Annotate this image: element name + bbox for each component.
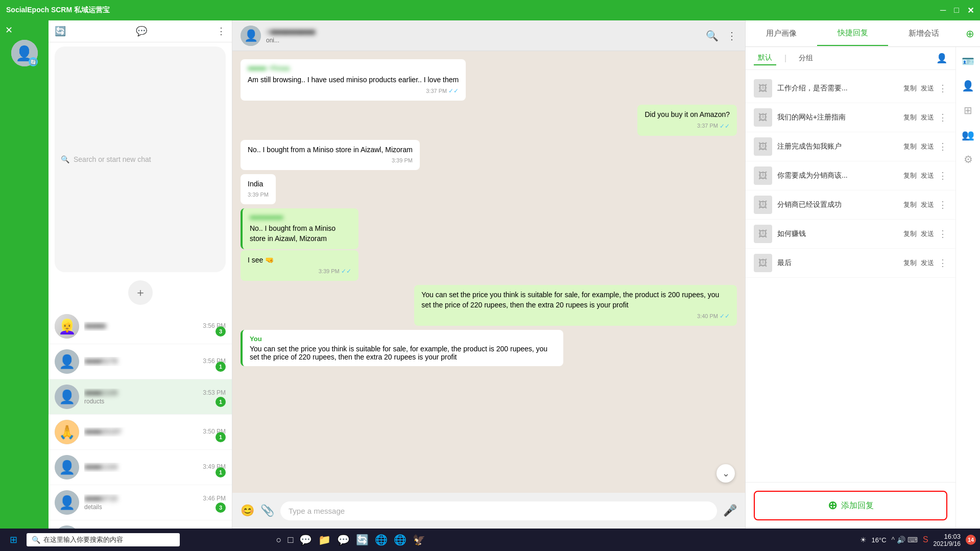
tab-user-profile[interactable]: 用户画像 bbox=[746, 21, 817, 45]
qr-actions: 复制 发送 ⋮ bbox=[903, 141, 947, 152]
taskbar-icon-refresh[interactable]: 🔄 bbox=[356, 534, 369, 546]
chat-item[interactable]: 👤 ■■■■1104 3:49 PM 1 bbox=[49, 450, 232, 485]
copy-button[interactable]: 复制 bbox=[903, 171, 917, 180]
copy-button[interactable]: 复制 bbox=[903, 113, 917, 122]
taskbar-icon-wechat[interactable]: 💬 bbox=[337, 534, 350, 546]
taskbar-icon-app[interactable]: 🦅 bbox=[413, 534, 425, 546]
message-text: I see 🤜 bbox=[248, 255, 351, 266]
you-preview-bubble: You You can set the price you think is s… bbox=[241, 330, 563, 366]
taskbar-icon-1[interactable]: ○ bbox=[276, 535, 282, 545]
chat-item[interactable]: 👤 ■■■■3715 3:46 PM details 3 bbox=[49, 485, 232, 520]
chat-item-info: ■■■■5278 3:56 PM bbox=[84, 357, 226, 366]
user-card-icon[interactable]: 🪪 bbox=[962, 55, 974, 67]
taskbar-search[interactable]: 🔍 在这里输入你要搜索的内容 bbox=[27, 533, 180, 546]
message-time: 3:39 PM bbox=[248, 157, 413, 164]
read-check-icon: ✓✓ bbox=[720, 312, 730, 321]
message-input[interactable]: Type a message bbox=[280, 501, 717, 520]
send-button[interactable]: 发送 bbox=[921, 258, 934, 268]
chat-item-time: 3:46 PM bbox=[203, 495, 226, 502]
chat-item[interactable]: 👤 ■■■■5278 3:56 PM 1 bbox=[49, 344, 232, 379]
copy-button[interactable]: 复制 bbox=[903, 229, 917, 238]
more-options-icon[interactable]: ⋮ bbox=[938, 228, 947, 239]
more-options-icon[interactable]: ⋮ bbox=[938, 257, 947, 269]
attachment-icon[interactable]: 📎 bbox=[260, 504, 274, 517]
scroll-down-button[interactable]: ⌄ bbox=[716, 464, 735, 483]
tab-quick-reply[interactable]: 快捷回复 bbox=[817, 21, 889, 46]
chat-icon[interactable]: 💬 bbox=[136, 26, 147, 37]
taskbar: ⊞ 🔍 在这里输入你要搜索的内容 ○ □ 💬 📁 💬 🔄 🌐 🌐 🦅 ☀ 16°… bbox=[0, 529, 980, 551]
chat-item[interactable]: 👤 ■■■■34874 3:46 PM bbox=[49, 520, 232, 529]
taskbar-icon-edge[interactable]: 🌐 bbox=[375, 534, 388, 546]
read-check-icon: ✓✓ bbox=[448, 87, 459, 95]
copy-button[interactable]: 复制 bbox=[903, 200, 917, 209]
send-button[interactable]: 发送 bbox=[921, 229, 934, 238]
more-options-icon[interactable]: ⋮ bbox=[727, 30, 737, 42]
qr-image: 🖼 bbox=[754, 166, 772, 185]
more-options-icon[interactable]: ⋮ bbox=[938, 83, 947, 94]
add-reply-button[interactable]: ⊕ 添加回复 bbox=[754, 491, 947, 520]
chat-item-info: ■■■■■ 3:56 PM bbox=[84, 322, 226, 331]
add-chat-button[interactable]: ＋ bbox=[128, 280, 153, 305]
gear-icon[interactable]: ⚙ bbox=[964, 153, 973, 165]
chat-item-avatar: 👤 bbox=[55, 455, 79, 480]
system-tray-icons: ^ 🔊 ⌨ bbox=[892, 536, 918, 544]
read-check-icon: ✓✓ bbox=[720, 122, 730, 131]
send-button[interactable]: 发送 bbox=[921, 142, 934, 151]
taskbar-icon-2[interactable]: □ bbox=[288, 535, 293, 545]
grid-icon[interactable]: ⊞ bbox=[964, 104, 972, 116]
chat-contact-name: +■■■■■■■■■ bbox=[266, 28, 315, 37]
refresh-icon[interactable]: 🔄 bbox=[55, 26, 66, 37]
qr-actions: 复制 发送 ⋮ bbox=[903, 199, 947, 210]
send-button[interactable]: 发送 bbox=[921, 200, 934, 209]
copy-button[interactable]: 复制 bbox=[903, 258, 917, 268]
chat-item[interactable]: 👱‍♀️ ■■■■■ 3:56 PM 3 bbox=[49, 309, 232, 344]
search-placeholder: Search or start new chat bbox=[74, 155, 151, 163]
chat-item-avatar: 👤 bbox=[55, 349, 79, 374]
microphone-icon[interactable]: 🎤 bbox=[723, 504, 737, 517]
subtab-group[interactable]: 分组 bbox=[795, 52, 817, 65]
sidebar-close-icon[interactable]: ✕ bbox=[5, 25, 13, 36]
notification-badge[interactable]: 14 bbox=[966, 535, 976, 545]
tab-new-chat[interactable]: 新增会话 bbox=[888, 21, 960, 45]
message-time: 3:39 PM bbox=[248, 191, 269, 199]
chat-area: 👤 +■■■■■■■■■ oni... 🔍 ⋮ ■■■■■ ~Firoza Am… bbox=[232, 20, 745, 529]
right-panel-icon-column: 🪪 👤 ⊞ 👥 ⚙ bbox=[955, 47, 980, 529]
send-button[interactable]: 发送 bbox=[921, 171, 934, 180]
emoji-icon[interactable]: 😊 bbox=[241, 504, 254, 517]
right-panel-tabs: 用户画像 快捷回复 新增会话 ⊕ bbox=[746, 20, 980, 47]
taskbar-icon-chat[interactable]: 💬 bbox=[299, 534, 312, 546]
unread-badge: 1 bbox=[216, 467, 226, 477]
qr-image: 🖼 bbox=[754, 108, 772, 127]
left-sidebar: ✕ 👤 🔄 bbox=[0, 20, 49, 529]
quick-reply-item: 🖼 注册完成告知我账户 复制 发送 ⋮ bbox=[746, 132, 955, 161]
send-button[interactable]: 发送 bbox=[921, 84, 934, 93]
message-text: No.. I bought from a Miniso store in Aiz… bbox=[250, 224, 351, 244]
settings-person-icon[interactable]: 👤 bbox=[962, 80, 974, 92]
search-bar[interactable]: 🔍 Search or start new chat bbox=[55, 46, 226, 272]
chat-item-avatar: 👤 bbox=[55, 490, 79, 515]
more-icon[interactable]: ⋮ bbox=[217, 26, 226, 37]
more-options-icon[interactable]: ⋮ bbox=[938, 112, 947, 123]
more-options-icon[interactable]: ⋮ bbox=[938, 141, 947, 152]
copy-button[interactable]: 复制 bbox=[903, 84, 917, 93]
start-button[interactable]: ⊞ bbox=[4, 531, 22, 549]
more-tabs-icon[interactable]: ⊕ bbox=[960, 28, 980, 40]
copy-button[interactable]: 复制 bbox=[903, 142, 917, 151]
user-avatar[interactable]: 👤 🔄 bbox=[11, 40, 38, 66]
taskbar-icon-chrome[interactable]: 🌐 bbox=[394, 534, 407, 546]
close-button[interactable]: ✕ bbox=[967, 6, 974, 15]
search-chat-icon[interactable]: 🔍 bbox=[706, 30, 719, 42]
person-icon[interactable]: 👥 bbox=[962, 129, 974, 141]
chat-item[interactable]: 👤 ■■■■2109 3:53 PM roducts 1 bbox=[49, 379, 232, 415]
send-button[interactable]: 发送 bbox=[921, 113, 934, 122]
maximize-button[interactable]: □ bbox=[954, 6, 959, 15]
qr-image: 🖼 bbox=[754, 137, 772, 156]
chat-item[interactable]: 🙏 ■■■■20197 3:50 PM 1 bbox=[49, 415, 232, 450]
subtab-default[interactable]: 默认 bbox=[754, 51, 776, 65]
message-group: ■■■■■■■■■ No.. I bought from a Miniso st… bbox=[241, 208, 422, 281]
minimize-button[interactable]: ─ bbox=[940, 6, 946, 15]
taskbar-icon-folder[interactable]: 📁 bbox=[318, 534, 331, 546]
qr-text: 我们的网站+注册指南 bbox=[777, 113, 898, 122]
more-options-icon[interactable]: ⋮ bbox=[938, 170, 947, 181]
more-options-icon[interactable]: ⋮ bbox=[938, 199, 947, 210]
